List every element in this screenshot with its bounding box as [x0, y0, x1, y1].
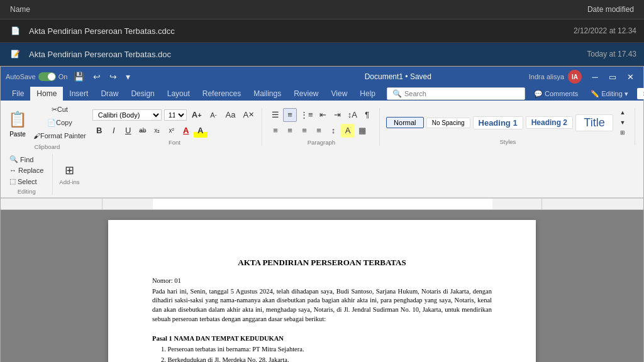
avatar[interactable]: IA [568, 70, 582, 84]
font-selector: Calibri (Body) 11 A+ A- Aa A✕ [92, 108, 257, 122]
show-formatting-button[interactable]: ¶ [360, 108, 374, 122]
strikethrough-button[interactable]: ab [136, 124, 150, 138]
align-left-button[interactable]: ≡ [269, 124, 282, 138]
file-name-cdcc: Akta Pendirian Perseroan Terbatas.cdcc [29, 26, 523, 36]
styles-gallery-button[interactable]: ⊞ [616, 128, 630, 137]
tab-references[interactable]: References [196, 87, 247, 101]
copy-button[interactable]: 📄 Copy [31, 116, 89, 129]
font-grow-button[interactable]: A+ [189, 108, 204, 122]
numbering-button[interactable]: ≡ [283, 108, 297, 122]
font-color-button[interactable]: A [179, 124, 193, 138]
comments-button[interactable]: 💬 Comments [530, 89, 582, 99]
doc-opening: Pada hari ini, Senin, tanggal 5 Agustus … [152, 287, 492, 324]
search-input[interactable] [404, 90, 492, 97]
autosave-toggle[interactable] [38, 72, 56, 81]
bullets-button[interactable]: ☰ [269, 108, 282, 122]
user-name: Indra alisya [529, 73, 564, 80]
undo-button[interactable]: ↩ [91, 70, 103, 83]
title-bar-center: Document1 • Saved [267, 72, 529, 81]
tab-file[interactable]: File [6, 87, 30, 101]
style-heading1-button[interactable]: Heading 1 [473, 116, 523, 129]
style-title-button[interactable]: Title [575, 114, 613, 131]
cut-button[interactable]: ✂ Cut [31, 103, 89, 116]
ruler-inner [102, 199, 542, 209]
title-bar: AutoSave On 💾 ↩ ↪ ▾ Document1 • Saved In… [1, 67, 643, 87]
file-explorer-header: Name Date modified [0, 0, 644, 19]
styles-scroll-down-button[interactable]: ▼ [616, 118, 630, 127]
borders-button[interactable]: ▦ [355, 124, 369, 138]
style-normal-button[interactable]: Normal [386, 117, 424, 128]
styles-section: Normal No Spacing Heading 1 Heading 2 Ti… [386, 108, 635, 145]
align-right-button[interactable]: ≡ [297, 124, 311, 138]
customize-qat-button[interactable]: ▾ [123, 70, 133, 83]
file-row-doc[interactable]: 📝 Akta Pendirian Perseroan Terbatas.doc … [0, 43, 644, 66]
increase-indent-button[interactable]: ⇥ [331, 108, 345, 122]
search-bar[interactable]: 🔍 [387, 87, 525, 100]
toggle-knob [48, 73, 55, 80]
tab-insert[interactable]: Insert [63, 87, 94, 101]
minimize-button[interactable]: ─ [587, 70, 603, 83]
tab-design[interactable]: Design [125, 87, 160, 101]
superscript-button[interactable]: x² [165, 124, 179, 138]
editing-button[interactable]: ✏️ Editing ▾ [587, 89, 632, 99]
justify-button[interactable]: ≡ [312, 124, 326, 138]
paste-button[interactable]: 📋 [6, 108, 30, 131]
sort-button[interactable]: ↕A [345, 108, 360, 122]
doc-section-0: Pasal 1 NAMA DAN TEMPAT KEDUDUKAN 1. Per… [152, 334, 492, 362]
underline-button[interactable]: U [121, 124, 135, 138]
tab-mailings[interactable]: Mailings [247, 87, 287, 101]
subscript-button[interactable]: x₂ [150, 124, 164, 138]
para-row-1: ☰ ≡ ⋮≡ ⇤ ⇥ ↕A ¶ [269, 108, 374, 122]
tab-help[interactable]: Help [353, 87, 382, 101]
doc-section-content-0-0: 1. Perseroan terbatas ini bernama: PT Mi… [152, 345, 492, 354]
font-shrink-button[interactable]: A- [206, 108, 220, 122]
styles-scroll-up-button[interactable]: ▲ [616, 108, 630, 117]
change-case-button[interactable]: Aa [223, 108, 238, 122]
share-button[interactable]: Share [637, 88, 644, 99]
tab-draw[interactable]: Draw [94, 87, 125, 101]
style-no-spacing-button[interactable]: No Spacing [426, 118, 470, 128]
paste-label: Paste [9, 131, 26, 138]
comments-icon: 💬 [534, 90, 543, 98]
tab-layout[interactable]: Layout [161, 87, 196, 101]
decrease-indent-button[interactable]: ⇤ [316, 108, 330, 122]
line-spacing-button[interactable]: ↕ [326, 124, 340, 138]
paragraph-section: ☰ ≡ ⋮≡ ⇤ ⇥ ↕A ¶ ≡ ≡ ≡ ≡ ↕ A [269, 108, 380, 146]
clipboard-section: 📋 Paste ✂ Cut 📄 Copy 🖌 Format Painter Cl… [6, 103, 89, 150]
tab-home[interactable]: Home [30, 87, 63, 101]
file-icon-cdcc: 📄 [8, 23, 23, 38]
close-button[interactable]: ✕ [622, 70, 638, 83]
redo-button[interactable]: ↪ [107, 70, 119, 83]
style-heading2-button[interactable]: Heading 2 [526, 116, 573, 129]
ruler [1, 199, 643, 210]
bold-button[interactable]: B [92, 124, 106, 138]
font-family-dropdown[interactable]: Calibri (Body) [92, 109, 162, 121]
save-button[interactable]: 💾 [71, 70, 87, 83]
multilevel-list-button[interactable]: ⋮≡ [297, 108, 316, 122]
doc-page[interactable]: AKTA PENDIRIAN PERSEROAN TERBATAS Nomor:… [108, 220, 536, 362]
align-center-button[interactable]: ≡ [283, 124, 297, 138]
restore-button[interactable]: ▭ [604, 70, 621, 83]
word-window: AutoSave On 💾 ↩ ↪ ▾ Document1 • Saved In… [0, 66, 644, 362]
title-bar-right: Indra alisya IA ─ ▭ ✕ [529, 70, 638, 84]
find-button[interactable]: 🔍 Find [6, 154, 47, 165]
shading-button[interactable]: A [341, 124, 355, 138]
file-row-cdcc[interactable]: 📄 Akta Pendirian Perseroan Terbatas.cdcc… [0, 19, 644, 43]
italic-button[interactable]: I [107, 124, 121, 138]
toolbar: 📋 Paste ✂ Cut 📄 Copy 🖌 Format Painter Cl… [1, 101, 643, 199]
editing-label: Editing [18, 188, 36, 195]
select-button[interactable]: ⬚ Select [6, 176, 47, 187]
highlight-button[interactable]: A [194, 124, 208, 138]
replace-button[interactable]: ↔ Replace [6, 165, 47, 175]
tab-review[interactable]: Review [287, 87, 325, 101]
format-painter-button[interactable]: 🖌 Format Painter [31, 129, 89, 142]
tab-view[interactable]: View [325, 87, 354, 101]
addins-button[interactable]: ⊞ [62, 163, 77, 177]
document-title-bar: Document1 • Saved [365, 72, 431, 81]
para-row-2: ≡ ≡ ≡ ≡ ↕ A ▦ [269, 124, 374, 138]
ruler-svg [103, 199, 541, 209]
clear-formatting-button[interactable]: A✕ [240, 108, 257, 122]
font-size-dropdown[interactable]: 11 [164, 109, 187, 121]
autosave-area: AutoSave On [6, 72, 67, 81]
doc-area: AKTA PENDIRIAN PERSEROAN TERBATAS Nomor:… [1, 210, 643, 362]
